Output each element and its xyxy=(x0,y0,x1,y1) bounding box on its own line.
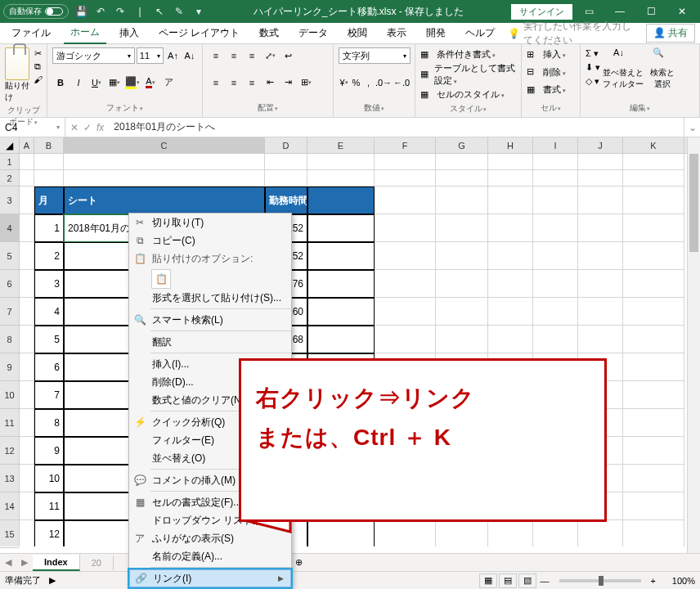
zoom-in-icon[interactable]: + xyxy=(648,576,659,586)
cell-month-13[interactable]: 10 xyxy=(34,465,64,492)
cell-J8[interactable] xyxy=(578,326,623,353)
col-header-K[interactable]: K xyxy=(623,137,684,153)
cell-G1[interactable] xyxy=(436,154,488,170)
cell-I15[interactable] xyxy=(533,520,578,546)
cell-month-6[interactable]: 3 xyxy=(34,270,64,298)
cell-G7[interactable] xyxy=(436,298,488,326)
zoom-level[interactable]: 100% xyxy=(659,576,695,586)
cell-F3[interactable] xyxy=(375,187,436,214)
tab-data[interactable]: データ xyxy=(292,23,334,43)
shrink-font-icon[interactable]: A↓ xyxy=(182,47,197,64)
ctx-translate[interactable]: 翻訳 xyxy=(129,333,291,351)
tab-file[interactable]: ファイル xyxy=(5,23,57,43)
cell-A3[interactable] xyxy=(20,187,34,214)
cell-H7[interactable] xyxy=(488,298,533,326)
font-name-select[interactable]: 游ゴシック▾ xyxy=(52,47,135,64)
cell-F1[interactable] xyxy=(375,154,436,170)
col-header-A[interactable]: A xyxy=(20,137,34,153)
comma-icon[interactable]: , xyxy=(363,74,374,91)
formula-input[interactable]: 2018年01月のシートへ xyxy=(109,120,684,134)
cell-G2[interactable] xyxy=(436,170,488,187)
align-bottom-icon[interactable]: ≡ xyxy=(244,47,260,64)
underline-button[interactable]: U xyxy=(88,74,105,91)
font-size-select[interactable]: 11▾ xyxy=(137,47,164,64)
tab-dev[interactable]: 開発 xyxy=(420,23,452,43)
phonetic-button[interactable]: ア xyxy=(160,74,177,91)
cell-styles-button[interactable]: ▦セルのスタイル xyxy=(420,88,516,101)
border-button[interactable]: ▦ xyxy=(106,74,123,91)
autosum-button[interactable]: Σ ▾ xyxy=(586,47,600,60)
copy-icon[interactable]: ⧉ xyxy=(31,61,44,72)
cell-B1[interactable] xyxy=(34,154,64,170)
inc-decimal-icon[interactable]: .0→ xyxy=(375,74,392,91)
cell-G5[interactable] xyxy=(436,242,488,270)
indent-dec-icon[interactable]: ⇤ xyxy=(262,74,278,91)
cell-E2[interactable] xyxy=(307,170,375,187)
cell-H6[interactable] xyxy=(488,270,533,298)
cell-A4[interactable] xyxy=(20,214,34,242)
zoom-out-icon[interactable]: — xyxy=(537,576,553,586)
signin-button[interactable]: サインイン xyxy=(511,4,572,20)
cell-A1[interactable] xyxy=(20,154,34,170)
sheet-nav-prev[interactable]: ◀ xyxy=(0,557,16,568)
col-header-F[interactable]: F xyxy=(375,137,436,153)
sort-filter-button[interactable]: A↓並べ替えと フィルター xyxy=(607,47,639,90)
row-header-5[interactable]: 5 xyxy=(0,242,19,270)
paste-icon[interactable] xyxy=(5,47,29,80)
cell-G6[interactable] xyxy=(436,270,488,298)
tab-help[interactable]: ヘルプ xyxy=(459,23,501,43)
cell-C2[interactable] xyxy=(64,170,265,187)
cond-format-button[interactable]: ▦条件付き書式 xyxy=(420,47,516,61)
row-header-1[interactable]: 1 xyxy=(0,154,19,170)
cell-C1[interactable] xyxy=(64,154,265,170)
col-header-J[interactable]: J xyxy=(578,137,623,153)
tab-insert[interactable]: 挿入 xyxy=(113,23,146,43)
ctx-cut[interactable]: ✂切り取り(T) xyxy=(129,214,291,232)
cell-J2[interactable] xyxy=(578,170,623,187)
cell-G4[interactable] xyxy=(436,214,488,242)
align-left-icon[interactable]: ≡ xyxy=(208,74,224,91)
cell-month-10[interactable]: 7 xyxy=(34,381,64,409)
vertical-scrollbar[interactable] xyxy=(687,137,700,553)
cell-I6[interactable] xyxy=(533,270,578,298)
cell-A10[interactable] xyxy=(20,381,34,409)
cell-H2[interactable] xyxy=(488,170,533,187)
cell-E5[interactable] xyxy=(307,242,375,270)
cell-month-4[interactable]: 1 xyxy=(34,214,64,242)
font-color-button[interactable]: A xyxy=(142,74,159,91)
cell-K15[interactable] xyxy=(623,520,684,546)
redo-icon[interactable]: ↷ xyxy=(113,4,128,19)
cell-I1[interactable] xyxy=(533,154,578,170)
cell-I3[interactable] xyxy=(533,187,578,214)
cell-I2[interactable] xyxy=(533,170,578,187)
cell-month-14[interactable]: 11 xyxy=(34,492,64,520)
currency-icon[interactable]: ¥ xyxy=(339,74,349,91)
page-layout-icon[interactable]: ▤ xyxy=(499,573,517,588)
enter-formula-icon[interactable]: ✓ xyxy=(83,122,92,133)
close-icon[interactable]: ✕ xyxy=(667,0,697,23)
col-header-G[interactable]: G xyxy=(436,137,488,153)
normal-view-icon[interactable]: ▦ xyxy=(479,573,497,588)
draw-icon[interactable]: ✎ xyxy=(172,4,186,19)
autosave-toggle[interactable]: 自動保存 xyxy=(3,4,69,19)
cell-A6[interactable] xyxy=(20,270,34,298)
cell-G15[interactable] xyxy=(436,520,488,546)
row-header-3[interactable]: 3 xyxy=(0,187,19,214)
cell-month-15[interactable]: 12 xyxy=(34,520,64,546)
number-format-select[interactable]: 文字列▾ xyxy=(339,47,411,64)
col-header-C[interactable]: C xyxy=(64,137,265,153)
cell-B2[interactable] xyxy=(34,170,64,187)
grow-font-icon[interactable]: A↑ xyxy=(165,47,180,64)
cell-month-7[interactable]: 4 xyxy=(34,298,64,326)
name-box[interactable]: C4▾ xyxy=(0,118,65,137)
cell-J3[interactable] xyxy=(578,187,623,214)
cell-month-11[interactable]: 8 xyxy=(34,409,64,437)
cell-K4[interactable] xyxy=(623,214,684,242)
cursor-icon[interactable]: ↖ xyxy=(152,4,167,19)
cell-K3[interactable] xyxy=(623,187,684,214)
cell-I7[interactable] xyxy=(533,298,578,326)
cell-E6[interactable] xyxy=(307,270,375,298)
cell-A13[interactable] xyxy=(20,465,34,492)
align-middle-icon[interactable]: ≡ xyxy=(226,47,242,64)
tab-layout[interactable]: ページ レイアウト xyxy=(152,23,246,43)
